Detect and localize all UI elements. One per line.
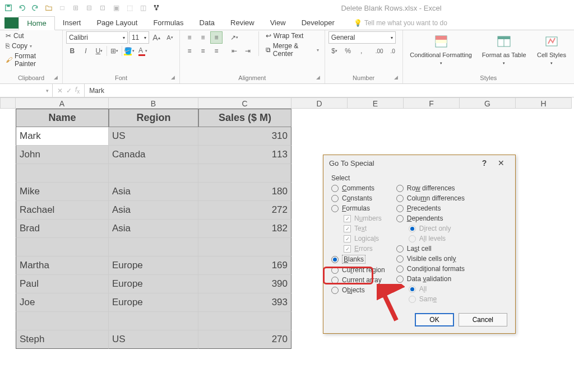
cell[interactable]: 310: [198, 127, 291, 146]
currency-icon[interactable]: $▾: [328, 45, 341, 57]
copy-button[interactable]: ⎘Copy▾: [3, 41, 59, 50]
cell[interactable]: [198, 312, 291, 330]
fx-icon[interactable]: fx: [75, 86, 80, 95]
dialog-close-icon[interactable]: ✕: [493, 158, 510, 167]
cell[interactable]: Asia: [109, 201, 198, 220]
name-box[interactable]: ▾: [0, 84, 53, 97]
cell[interactable]: US: [109, 127, 198, 146]
column-header-H[interactable]: H: [516, 97, 572, 109]
align-center-icon[interactable]: ≡: [197, 45, 209, 57]
table-header[interactable]: Name: [16, 109, 109, 127]
font-dialog-launcher[interactable]: ◢: [171, 74, 175, 80]
cell[interactable]: [109, 164, 198, 183]
conditional-formatting-button[interactable]: Conditional Formatting ▾: [406, 31, 476, 67]
border-button[interactable]: ⊞▾: [108, 45, 121, 57]
column-header-D[interactable]: D: [291, 97, 348, 109]
tab-developer[interactable]: Developer: [294, 16, 342, 29]
cell[interactable]: Asia: [109, 183, 198, 201]
font-size-combo[interactable]: 11▾: [129, 31, 149, 44]
increase-indent-icon[interactable]: ⇥: [242, 45, 254, 57]
option-column-differences[interactable]: Column differences: [396, 194, 465, 202]
qat-tool-2-icon[interactable]: ⊞: [70, 2, 82, 14]
increase-decimal-icon[interactable]: .00: [373, 45, 386, 57]
undo-icon[interactable]: [16, 2, 28, 14]
cell-styles-button[interactable]: Cell Styles ▾: [533, 31, 571, 67]
select-all-corner[interactable]: [0, 97, 16, 109]
column-header-G[interactable]: G: [460, 97, 516, 109]
decrease-decimal-icon[interactable]: .0: [387, 45, 399, 57]
wrap-text-button[interactable]: ↩Wrap Text: [263, 31, 321, 40]
cut-button[interactable]: ✂Cut: [3, 31, 59, 40]
option-conditional-formats[interactable]: Conditional formats: [396, 265, 465, 273]
cell[interactable]: 270: [198, 330, 291, 349]
cell[interactable]: Brad: [16, 220, 109, 238]
qat-tool-1-icon[interactable]: □: [56, 2, 68, 14]
font-name-combo[interactable]: Calibri▾: [66, 31, 128, 44]
option-objects[interactable]: Objects: [331, 286, 385, 294]
dialog-help-icon[interactable]: ?: [476, 158, 493, 167]
percent-icon[interactable]: %: [342, 45, 354, 57]
align-middle-icon[interactable]: ≡: [197, 31, 209, 44]
tab-home[interactable]: Home: [18, 16, 55, 30]
orientation-icon[interactable]: ↗▾: [228, 31, 240, 44]
column-header-A[interactable]: A: [16, 97, 109, 109]
align-top-icon[interactable]: ≡: [183, 31, 196, 44]
cell[interactable]: Rachael: [16, 201, 109, 220]
tab-page-layout[interactable]: Page Layout: [89, 16, 145, 29]
font-color-button[interactable]: A▾: [137, 45, 149, 57]
cell[interactable]: Martha: [16, 256, 109, 275]
decrease-indent-icon[interactable]: ⇤: [228, 45, 240, 57]
tab-view[interactable]: View: [262, 16, 294, 29]
decrease-font-icon[interactable]: A▾: [164, 31, 176, 44]
cell[interactable]: [198, 238, 291, 256]
option-data-validation[interactable]: Data validation: [396, 275, 465, 283]
align-bottom-icon[interactable]: ≡: [210, 31, 223, 44]
ok-button[interactable]: OK: [415, 313, 453, 326]
cell[interactable]: 390: [198, 275, 291, 293]
qat-tool-5-icon[interactable]: ▣: [110, 2, 122, 14]
number-dialog-launcher[interactable]: ◢: [394, 74, 398, 80]
cell[interactable]: Asia: [109, 220, 198, 238]
qat-tool-6-icon[interactable]: ⬚: [123, 2, 136, 14]
cell[interactable]: Paul: [16, 275, 109, 293]
align-right-icon[interactable]: ≡: [210, 45, 223, 57]
tab-formulas[interactable]: Formulas: [145, 16, 191, 29]
tab-insert[interactable]: Insert: [55, 16, 89, 29]
cancel-button[interactable]: Cancel: [459, 313, 507, 326]
italic-button[interactable]: I: [80, 45, 92, 57]
cell[interactable]: Joe: [16, 293, 109, 312]
cell[interactable]: Mark: [16, 127, 109, 146]
option-current-region[interactable]: Current region: [331, 266, 385, 274]
option-dependents[interactable]: Dependents: [396, 214, 465, 222]
fill-color-button[interactable]: 🪣▾: [123, 45, 136, 57]
comma-icon[interactable]: ,: [355, 45, 368, 57]
cell[interactable]: [16, 238, 109, 256]
underline-button[interactable]: U▾: [93, 45, 105, 57]
cell[interactable]: [198, 164, 291, 183]
qat-tool-4-icon[interactable]: ⊡: [96, 2, 109, 14]
bold-button[interactable]: B: [66, 45, 78, 57]
cell[interactable]: [16, 312, 109, 330]
alignment-dialog-launcher[interactable]: ◢: [316, 74, 320, 80]
tab-review[interactable]: Review: [223, 16, 262, 29]
qat-tool-8-icon[interactable]: [150, 2, 163, 14]
cell[interactable]: 180: [198, 183, 291, 201]
format-painter-button[interactable]: 🖌Format Painter: [3, 52, 59, 68]
qat-tool-3-icon[interactable]: ⊟: [83, 2, 95, 14]
cell[interactable]: Mike: [16, 183, 109, 201]
cell[interactable]: [109, 238, 198, 256]
merge-center-button[interactable]: ⧉Merge & Center▾: [263, 41, 321, 58]
cancel-formula-icon[interactable]: ✕: [57, 87, 63, 95]
redo-icon[interactable]: [29, 2, 41, 14]
cell[interactable]: Europe: [109, 293, 198, 312]
column-header-C[interactable]: C: [198, 97, 291, 109]
clipboard-dialog-launcher[interactable]: ◢: [54, 74, 58, 80]
tell-me[interactable]: 💡 Tell me what you want to do: [354, 19, 447, 27]
cell[interactable]: 113: [198, 146, 291, 164]
cell[interactable]: Steph: [16, 330, 109, 349]
align-left-icon[interactable]: ≡: [183, 45, 196, 57]
column-header-B[interactable]: B: [109, 97, 198, 109]
option-formulas[interactable]: Formulas: [331, 204, 385, 212]
cell[interactable]: Europe: [109, 256, 198, 275]
option-current-array[interactable]: Current array: [331, 276, 385, 284]
